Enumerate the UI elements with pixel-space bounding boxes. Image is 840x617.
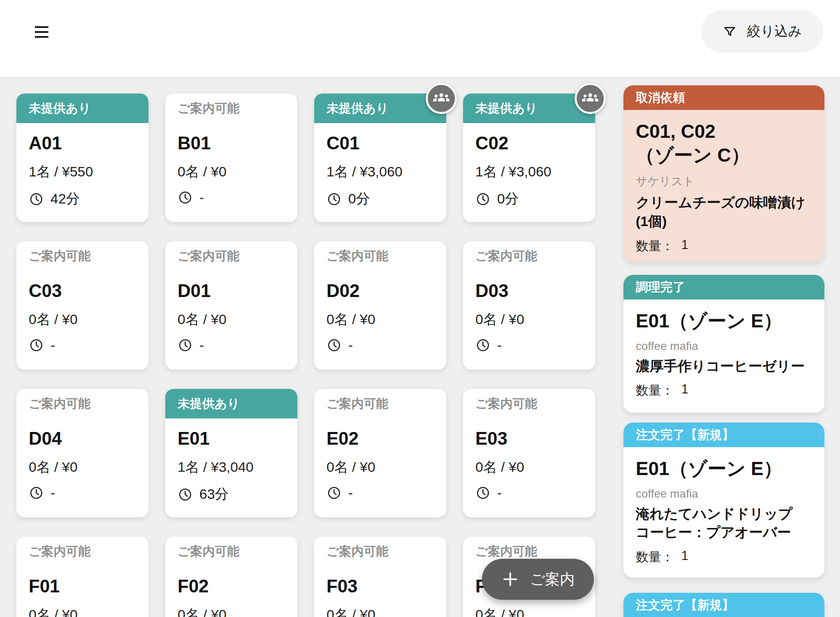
notification-status: 注文完了【新規】 bbox=[623, 593, 824, 617]
quantity-value: 1 bbox=[681, 238, 688, 255]
table-status: ご案内可能 bbox=[165, 241, 297, 271]
hamburger-icon bbox=[35, 26, 48, 28]
table-id: C03 bbox=[29, 281, 136, 301]
notification-item-name: 淹れたてハンドドリップ コーヒー：プアオーバー bbox=[636, 505, 812, 542]
table-status: 未提供あり bbox=[165, 389, 297, 418]
notification-source: coffee mafia bbox=[636, 340, 812, 353]
table-time-row: 0分 bbox=[326, 190, 434, 208]
plus-icon bbox=[501, 570, 519, 588]
table-guests-amount: 0名 / ¥0 bbox=[29, 310, 136, 329]
table-time-row: 42分 bbox=[29, 190, 136, 208]
table-guests-amount: 0名 / ¥0 bbox=[29, 458, 136, 477]
table-status: 未提供あり bbox=[16, 94, 148, 123]
table-card[interactable]: ご案内可能 E02 0名 / ¥0 - bbox=[314, 389, 446, 517]
table-elapsed-time: - bbox=[50, 337, 55, 353]
table-time-row: - bbox=[326, 485, 434, 501]
table-status: ご案内可能 bbox=[314, 537, 446, 566]
notification-quantity-row: 数量： 1 bbox=[636, 548, 812, 566]
table-elapsed-time: 63分 bbox=[199, 485, 229, 504]
table-status: ご案内可能 bbox=[165, 537, 297, 566]
clock-icon bbox=[475, 485, 491, 500]
table-guests-amount: 1名 / ¥550 bbox=[29, 162, 136, 181]
table-time-row: 0分 bbox=[475, 190, 583, 208]
filter-button[interactable]: 絞り込み bbox=[701, 10, 823, 53]
table-elapsed-time: - bbox=[497, 337, 502, 353]
clock-icon bbox=[475, 192, 491, 207]
table-status: ご案内可能 bbox=[314, 241, 446, 271]
table-card[interactable]: 未提供あり C01 1名 / ¥3,060 0分 bbox=[314, 94, 446, 222]
table-guests-amount: 1名 / ¥3,040 bbox=[178, 458, 285, 477]
table-card[interactable]: ご案内可能 F01 0名 / ¥0 bbox=[16, 537, 148, 617]
table-card[interactable]: ご案内可能 C03 0名 / ¥0 - bbox=[16, 241, 148, 370]
table-time-row: - bbox=[29, 337, 136, 353]
table-card[interactable]: ご案内可能 F03 0名 / ¥0 bbox=[314, 537, 446, 617]
table-card[interactable]: ご案内可能 D04 0名 / ¥0 - bbox=[16, 389, 148, 517]
notification-body: E01（ゾーン E） coffee mafia 淹れたてハンドドリップ コーヒー… bbox=[623, 447, 824, 578]
table-time-row: - bbox=[29, 485, 136, 501]
filter-funnel-icon bbox=[722, 24, 737, 39]
clock-icon bbox=[178, 338, 193, 353]
notification-quantity-row: 数量： 1 bbox=[636, 382, 812, 399]
notification-card[interactable]: 注文完了【新規】 bbox=[623, 593, 824, 617]
table-time-row: 63分 bbox=[178, 485, 285, 504]
table-elapsed-time: - bbox=[348, 485, 353, 501]
table-elapsed-time: - bbox=[348, 337, 353, 353]
filter-label: 絞り込み bbox=[747, 22, 802, 41]
table-id: D01 bbox=[178, 281, 285, 301]
table-card[interactable]: ご案内可能 B01 0名 / ¥0 - bbox=[165, 94, 297, 222]
table-card[interactable]: ご案内可能 F02 0名 / ¥0 bbox=[165, 537, 297, 617]
table-id: A01 bbox=[29, 133, 136, 153]
table-elapsed-time: - bbox=[50, 485, 55, 501]
table-elapsed-time: 0分 bbox=[348, 190, 370, 208]
table-guests-amount: 1名 / ¥3,060 bbox=[475, 162, 583, 181]
table-status: ご案内可能 bbox=[463, 241, 595, 271]
notification-status: 注文完了【新規】 bbox=[623, 423, 824, 447]
table-time-row: - bbox=[475, 337, 583, 353]
clock-icon bbox=[326, 485, 342, 500]
people-icon bbox=[432, 89, 450, 107]
quantity-value: 1 bbox=[681, 548, 688, 566]
table-grid: 未提供あり A01 1名 / ¥550 42分 ご案内可能 B01 0名 / ¥… bbox=[16, 94, 596, 617]
notification-item-name: 濃厚手作りコーヒーゼリー bbox=[636, 357, 812, 376]
table-management-screen: 絞り込み 未提供あり A01 1名 / ¥550 42分 ご案内可能 B01 0… bbox=[0, 0, 840, 617]
table-id: E01 bbox=[178, 428, 285, 449]
table-card[interactable]: ご案内可能 D02 0名 / ¥0 - bbox=[314, 241, 446, 370]
quantity-label: 数量： bbox=[636, 382, 674, 399]
notification-card[interactable]: 取消依頼 C01, C02 （ゾーン C） サケリスト クリームチーズの味噌漬け… bbox=[623, 85, 824, 262]
notification-card[interactable]: 注文完了【新規】 E01（ゾーン E） coffee mafia 淹れたてハンド… bbox=[623, 423, 824, 578]
notification-body: C01, C02 （ゾーン C） サケリスト クリームチーズの味噌漬け (1個)… bbox=[623, 110, 824, 262]
guide-fab-label: ご案内 bbox=[530, 569, 575, 590]
quantity-value: 1 bbox=[681, 382, 688, 399]
table-card[interactable]: 未提供あり C02 1名 / ¥3,060 0分 bbox=[463, 94, 595, 222]
guide-fab-button[interactable]: ご案内 bbox=[482, 559, 594, 600]
table-elapsed-time: 42分 bbox=[50, 190, 80, 208]
notification-source: coffee mafia bbox=[636, 487, 812, 500]
table-elapsed-time: 0分 bbox=[497, 190, 519, 208]
clock-icon bbox=[475, 338, 491, 353]
quantity-label: 数量： bbox=[636, 238, 674, 255]
table-card[interactable]: ご案内可能 D01 0名 / ¥0 - bbox=[165, 241, 297, 370]
table-time-row: - bbox=[178, 190, 285, 206]
table-guests-amount: 0名 / ¥0 bbox=[178, 310, 285, 329]
table-guests-amount: 0名 / ¥0 bbox=[475, 310, 583, 329]
table-id: D02 bbox=[326, 281, 434, 301]
notification-card[interactable]: 調理完了 E01（ゾーン E） coffee mafia 濃厚手作りコーヒーゼリ… bbox=[623, 275, 824, 413]
table-card[interactable]: ご案内可能 D03 0名 / ¥0 - bbox=[463, 241, 595, 370]
table-card[interactable]: 未提供あり A01 1名 / ¥550 42分 bbox=[16, 94, 148, 222]
table-guests-amount: 0名 / ¥0 bbox=[475, 458, 583, 477]
notification-body: E01（ゾーン E） coffee mafia 濃厚手作りコーヒーゼリー 数量：… bbox=[623, 299, 824, 411]
table-card[interactable]: 未提供あり E01 1名 / ¥3,040 63分 bbox=[165, 389, 297, 517]
people-icon bbox=[581, 89, 599, 107]
table-elapsed-time: - bbox=[497, 485, 502, 501]
table-guests-amount: 0名 / ¥0 bbox=[326, 458, 434, 477]
menu-button[interactable] bbox=[35, 26, 48, 38]
table-guests-amount: 0名 / ¥0 bbox=[326, 606, 434, 617]
table-guests-amount: 0名 / ¥0 bbox=[178, 162, 285, 181]
notification-list: 取消依頼 C01, C02 （ゾーン C） サケリスト クリームチーズの味噌漬け… bbox=[623, 85, 824, 617]
table-guests-amount: 0名 / ¥0 bbox=[178, 606, 285, 617]
table-guests-amount: 0名 / ¥0 bbox=[326, 310, 434, 329]
notification-status: 調理完了 bbox=[623, 275, 824, 299]
group-badge bbox=[426, 83, 457, 114]
clock-icon bbox=[178, 487, 193, 502]
table-card[interactable]: ご案内可能 E03 0名 / ¥0 - bbox=[463, 389, 595, 517]
